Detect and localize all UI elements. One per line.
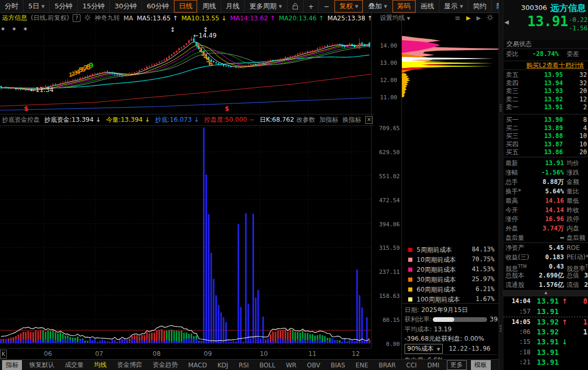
- month-axis: K 06070809101112: [0, 348, 371, 360]
- play-icon[interactable]: ▶: [477, 15, 481, 21]
- indicator-pane-title[interactable]: 抄底资金控盘: [2, 115, 40, 124]
- period-button-9[interactable]: 月线: [221, 0, 245, 13]
- tool-button-+[interactable]: +: [304, 0, 319, 13]
- period-button-2[interactable]: 5日▼: [24, 0, 50, 13]
- tool-button-−[interactable]: −: [319, 0, 335, 13]
- divider: [503, 114, 588, 114]
- indicator-pane-header: 抄底资金控盘 抄底资金:13.394 ↓今量:13.394 ↓抄底:16.073…: [0, 114, 374, 126]
- tab-资金博弈[interactable]: 资金博弈: [112, 360, 147, 370]
- chart-star-marks: * * *: [1, 26, 30, 34]
- gear-icon[interactable]: [487, 14, 493, 22]
- legend-color-swatch: [408, 248, 412, 252]
- tool-button-筹码[interactable]: 筹码: [393, 0, 416, 13]
- tab-RSI[interactable]: RSI: [234, 361, 255, 369]
- tab-BIAS[interactable]: BIAS: [326, 361, 351, 369]
- trade-status-header: 交易状态: [503, 40, 588, 49]
- price-tick-label: 12.00: [380, 77, 397, 84]
- period-button-10[interactable]: 更多周期▼: [245, 0, 287, 13]
- splitter-grip[interactable]: [500, 105, 502, 112]
- pane2-button-1[interactable]: 改参数: [296, 115, 315, 124]
- tool-button-叠加[interactable]: 叠加▼: [363, 0, 392, 13]
- tool-button-复权[interactable]: 复权▼: [335, 0, 363, 13]
- tick-row: :2713.92↑: [503, 368, 588, 370]
- tab-恢复默认[interactable]: 恢复默认: [24, 360, 60, 370]
- ask-row-1: 卖一13.912: [503, 103, 588, 112]
- weibi-value: -28.74%: [527, 50, 559, 59]
- period-button-1[interactable]: 分时: [0, 0, 24, 13]
- magic-nine-label[interactable]: 神奇九转: [95, 14, 120, 22]
- volume-tick-label: 709.65: [379, 125, 400, 132]
- tab-均线[interactable]: 均线: [89, 360, 112, 370]
- bid-row-4: 买四13.8710: [503, 141, 588, 149]
- period-button-8[interactable]: 周线: [198, 0, 221, 13]
- period-button-6[interactable]: 60分钟: [142, 0, 175, 13]
- tab-WR[interactable]: WR: [281, 361, 302, 369]
- tab-OBV[interactable]: OBV: [302, 361, 326, 369]
- legend-percent: 70.75%: [472, 256, 494, 263]
- legend-label: 30周期前成本: [417, 275, 456, 284]
- legend-color-swatch: [408, 287, 412, 292]
- tab-更多[interactable]: 更多: [447, 360, 467, 370]
- gear-icon[interactable]: [84, 14, 91, 22]
- volume-tick-label: 315.59: [379, 245, 400, 251]
- period-button-3[interactable]: 5分钟: [50, 0, 77, 13]
- kline-corner-icons: ≡ ▶ ▶: [455, 13, 493, 24]
- volume-tick-label: 0.00: [386, 341, 400, 348]
- list-icon[interactable]: ≡: [455, 14, 460, 22]
- tab-模板[interactable]: 模板: [471, 360, 491, 370]
- ma-value-2: MA10:13.55 ↓: [181, 15, 226, 22]
- ask-row-5: 卖五13.9532: [503, 71, 588, 79]
- last-price: 13.91: [527, 14, 568, 29]
- tab-BRAR[interactable]: BRAR: [373, 361, 401, 369]
- candlestick-chart[interactable]: * * * ↕ ↕ ←14.49 ←11.34 $ $ 123456789123…: [0, 24, 371, 114]
- pane2-button-3[interactable]: 换指标: [342, 115, 361, 124]
- profit-ratio-bar: [433, 317, 487, 322]
- splitter-grip[interactable]: [500, 325, 502, 332]
- bid-row-2: 买二13.894: [503, 124, 588, 133]
- legend-color-swatch: [408, 258, 412, 262]
- tab-ENE[interactable]: ENE: [350, 361, 373, 369]
- tab-MACD[interactable]: MACD: [183, 361, 212, 369]
- tab-指标[interactable]: 指标: [2, 360, 22, 370]
- tab-BOLL[interactable]: BOLL: [254, 361, 281, 369]
- cost-percent-select[interactable]: 90%成本▼: [405, 344, 443, 354]
- month-tick-label: 08: [153, 350, 160, 357]
- period-button-5[interactable]: 30分钟: [110, 0, 142, 13]
- lock-icon[interactable]: [287, 0, 304, 13]
- volume-indicator-chart[interactable]: [0, 125, 371, 348]
- buy-l2-link[interactable]: 购买L2查看十档行情: [526, 62, 584, 69]
- volume-tick-label: 394.06: [379, 221, 400, 228]
- tool-button-简约[interactable]: 简约: [468, 0, 492, 13]
- fundamental-row: 股息TTM0.43股息率TT: [503, 262, 588, 272]
- legend-item: 5周期前成本84.13%: [402, 245, 499, 255]
- arrow-down-icon: ↓: [562, 337, 568, 348]
- collapse-panel-icon[interactable]: ◀: [504, 19, 509, 26]
- pane2-button-2[interactable]: 加指标: [319, 115, 338, 124]
- tab-CCI[interactable]: CCI: [401, 361, 422, 369]
- month-tick-label: 12: [352, 350, 360, 357]
- legend-item: 60周期前成本6.21%: [402, 285, 499, 295]
- help-icon[interactable]: ?: [73, 14, 80, 22]
- indicator-values: 抄底资金:13.394 ↓今量:13.394 ↓抄底:16.073 ↓控盘度:5…: [44, 115, 329, 124]
- tool-button-显示[interactable]: 显示▼: [440, 0, 468, 13]
- candlestick-svg: [0, 24, 371, 114]
- ma-settings-button[interactable]: 设置均线 ▼: [380, 14, 410, 22]
- tab-资金趋势[interactable]: 资金趋势: [147, 360, 183, 370]
- k-corner-box[interactable]: K: [0, 350, 7, 359]
- tab-DMI[interactable]: DMI: [422, 361, 444, 369]
- period-button-7[interactable]: 日线: [174, 0, 198, 13]
- ask-row-3: 卖三13.9320: [503, 87, 588, 96]
- ma-value-1: MA5:13.65 ↑: [137, 15, 178, 22]
- ask-row-4: 卖四13.9432: [503, 79, 588, 88]
- scroll-up-button[interactable]: ▲: [503, 290, 588, 296]
- period-button-4[interactable]: 15分钟: [78, 0, 110, 13]
- arrow-up-icon: ↑: [562, 368, 568, 370]
- volume-axis: 709.65629.50551.02472.54394.06315.59237.…: [372, 125, 401, 348]
- tool-button-画线[interactable]: 画线: [416, 0, 440, 13]
- tab-成交量[interactable]: 成交量: [60, 360, 89, 370]
- tab-KDJ[interactable]: KDJ: [212, 361, 234, 369]
- legend-label: 10周期前成本: [417, 256, 456, 264]
- quote-body: 交易状态 委比 -28.74% 委差 购买L2查看十档行情 卖五13.9532卖…: [503, 40, 588, 370]
- play-forward-icon[interactable]: ▶: [466, 15, 470, 21]
- trading-app-window: 分时5日▼5分钟15分钟30分钟60分钟日线周线月线更多周期▼+−复权▼叠加▼筹…: [0, 0, 588, 370]
